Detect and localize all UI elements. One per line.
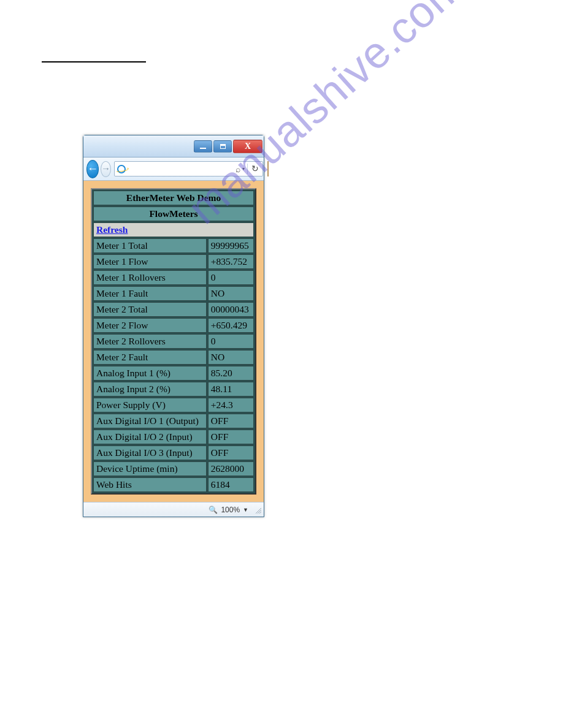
table-row: Meter 1 Rollovers0 [93,270,254,285]
table-title-row: EtherMeter Web Demo [93,191,254,205]
row-label: Meter 1 Rollovers [93,270,207,285]
refresh-row: Refresh [93,222,254,237]
row-label: Power Supply (V) [93,398,207,412]
page-horizontal-rule [42,61,146,63]
table-row: Aux Digital I/O 2 (Input)OFF [93,430,254,444]
row-value: 6184 [208,477,254,492]
row-label: Aux Digital I/O 3 (Input) [93,446,207,460]
table-row: Meter 1 Total99999965 [93,238,254,253]
forward-button[interactable]: → [101,161,111,177]
row-value: 85.20 [208,366,254,381]
table-row: Power Supply (V)+24.3 [93,398,254,412]
close-button[interactable]: X [233,140,262,153]
resize-grip[interactable] [254,506,261,514]
table-row: Meter 2 Rollovers0 [93,334,254,349]
page-title: EtherMeter Web Demo [93,191,254,205]
zoom-dropdown-icon[interactable]: ▼ [243,507,248,513]
row-label: Meter 2 Fault [93,350,207,365]
row-label: Meter 2 Rollovers [93,334,207,349]
maximize-button[interactable] [213,140,232,153]
table-row: Analog Input 2 (%)48.11 [93,382,254,396]
row-value: NO [208,286,254,301]
page-content: EtherMeter Web Demo FlowMeters Refresh M… [83,181,264,502]
row-label: Analog Input 1 (%) [93,366,207,381]
row-value: 99999965 [208,238,254,253]
row-value: OFF [208,430,254,444]
table-row: Device Uptime (min)2628000 [93,461,254,476]
row-value: +835.752 [208,254,254,269]
address-bar-group: ⌕ ▾ ↻ [114,161,263,176]
table-row: Web Hits6184 [93,477,254,492]
table-row: Meter 1 FaultNO [93,286,254,301]
search-icon[interactable]: ⌕ [234,164,242,174]
close-icon: X [245,142,251,151]
reload-icon[interactable]: ↻ [247,164,262,174]
refresh-cell: Refresh [93,222,254,237]
row-value: OFF [208,446,254,460]
row-value: 0 [208,270,254,285]
window-titlebar[interactable]: X [83,135,264,157]
row-value: 00000043 [208,302,254,317]
toolbar-tab-sliver[interactable] [267,161,269,176]
table-row: Meter 2 Flow+650.429 [93,318,254,333]
table-row: Meter 1 Flow+835.752 [93,254,254,269]
search-dropdown-icon[interactable]: ▾ [242,166,247,172]
row-label: Aux Digital I/O 2 (Input) [93,430,207,444]
row-label: Meter 1 Flow [93,254,207,269]
row-label: Device Uptime (min) [93,461,207,476]
refresh-link[interactable]: Refresh [96,224,128,235]
minimize-button[interactable] [194,140,212,153]
meter-data-table: EtherMeter Web Demo FlowMeters Refresh M… [91,188,256,495]
page-subtitle: FlowMeters [93,207,254,221]
status-bar: 🔍 100% ▼ [83,502,264,517]
back-arrow-icon: ← [87,162,98,175]
row-label: Aux Digital I/O 1 (Output) [93,414,207,428]
row-label: Meter 1 Fault [93,286,207,301]
zoom-level[interactable]: 100% [221,506,240,514]
row-value: 0 [208,334,254,349]
back-button[interactable]: ← [86,160,99,178]
table-row: Aux Digital I/O 1 (Output)OFF [93,414,254,428]
row-value: OFF [208,414,254,428]
row-label: Analog Input 2 (%) [93,382,207,396]
table-subtitle-row: FlowMeters [93,207,254,221]
minimize-icon [200,148,206,149]
row-label: Meter 1 Total [93,238,207,253]
row-value: 48.11 [208,382,254,396]
row-value: NO [208,350,254,365]
forward-arrow-icon: → [101,164,110,174]
row-label: Meter 2 Flow [93,318,207,333]
address-input[interactable] [128,162,234,176]
browser-window: X ← → ⌕ ▾ ↻ EtherMeter Web Demo FlowMete… [83,135,264,517]
table-row: Analog Input 1 (%)85.20 [93,366,254,381]
table-row: Meter 2 Total00000043 [93,302,254,317]
row-value: +24.3 [208,398,254,412]
row-label: Meter 2 Total [93,302,207,317]
ie-icon [117,165,126,173]
maximize-icon [220,144,226,149]
zoom-magnifier-icon[interactable]: 🔍 [209,506,218,514]
table-row: Meter 2 FaultNO [93,350,254,365]
row-value: 2628000 [208,461,254,476]
row-label: Web Hits [93,477,207,492]
table-row: Aux Digital I/O 3 (Input)OFF [93,446,254,460]
browser-toolbar: ← → ⌕ ▾ ↻ [83,157,264,181]
row-value: +650.429 [208,318,254,333]
